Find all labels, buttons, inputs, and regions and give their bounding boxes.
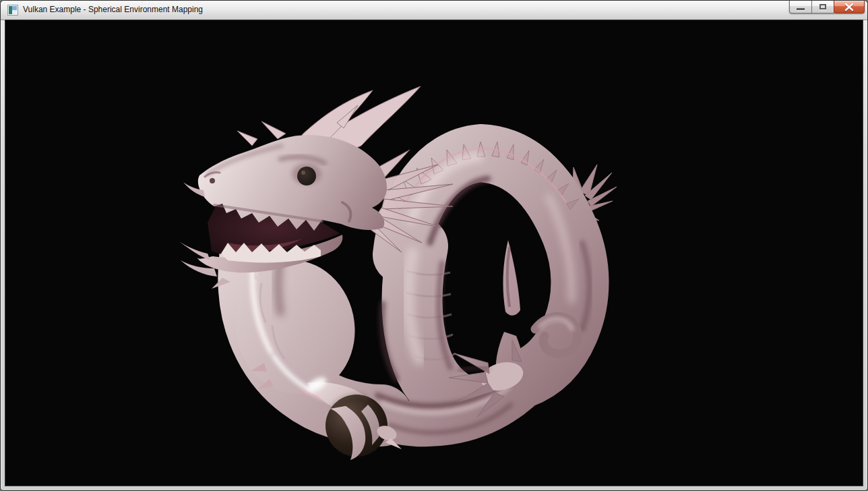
close-button[interactable] [834,1,865,13]
window-controls [790,1,865,14]
app-icon[interactable] [7,5,18,16]
minimize-icon [797,8,805,10]
window-title: Vulkan Example - Spherical Environment M… [23,1,203,20]
app-icon-light-pane [12,10,17,14]
minimize-button[interactable] [789,1,812,13]
dragon-eye [297,167,316,185]
close-icon [834,1,865,13]
app-window: Vulkan Example - Spherical Environment M… [0,0,868,491]
dragon-mid-fin [503,240,520,316]
maximize-icon [819,4,826,9]
dragon-render [5,20,863,486]
title-bar[interactable]: Vulkan Example - Spherical Environment M… [1,1,867,20]
render-viewport[interactable] [5,20,863,486]
maximize-button[interactable] [811,1,834,13]
